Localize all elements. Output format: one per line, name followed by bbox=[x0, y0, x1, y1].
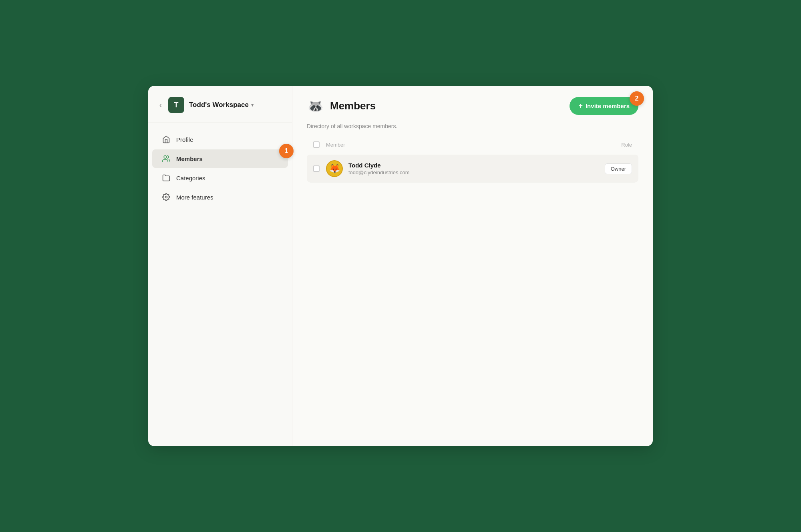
members-icon bbox=[162, 154, 171, 163]
member-checkbox[interactable] bbox=[313, 165, 320, 172]
sidebar-categories-label: Categories bbox=[176, 175, 205, 181]
plus-icon: + bbox=[578, 102, 583, 110]
sidebar-item-profile[interactable]: Profile bbox=[152, 130, 288, 149]
sidebar-more-features-label: More features bbox=[176, 194, 213, 201]
member-column-header: Member bbox=[326, 142, 592, 148]
svg-point-0 bbox=[164, 156, 167, 159]
page-icon: 🦝 bbox=[307, 97, 324, 115]
table-header-row: Member Role bbox=[307, 137, 638, 152]
categories-icon bbox=[162, 173, 171, 182]
members-table: Member Role 🦊 Todd Clyde todd@clydeindus… bbox=[307, 137, 638, 183]
workspace-logo-letter: T bbox=[174, 101, 179, 109]
app-container: ‹ T Todd's Workspace ▾ Profile bbox=[148, 86, 653, 446]
back-icon: ‹ bbox=[159, 101, 162, 109]
invite-members-button[interactable]: + Invite members bbox=[570, 97, 638, 115]
badge-2: 2 bbox=[630, 91, 644, 106]
sidebar-profile-label: Profile bbox=[176, 136, 193, 143]
badge-1: 1 bbox=[279, 144, 294, 158]
gear-icon bbox=[162, 193, 171, 202]
home-icon bbox=[162, 135, 171, 144]
workspace-logo: T bbox=[168, 97, 184, 113]
sidebar-item-members[interactable]: Members 1 bbox=[152, 149, 288, 168]
avatar: 🦊 bbox=[326, 160, 343, 177]
table-row: 🦊 Todd Clyde todd@clydeindustries.com Ow… bbox=[307, 155, 638, 183]
header-checkbox-col bbox=[313, 141, 326, 148]
member-role-col: Owner bbox=[592, 165, 632, 172]
row-checkbox-col bbox=[313, 165, 326, 172]
back-button[interactable]: ‹ bbox=[158, 99, 163, 111]
page-title: Members bbox=[330, 100, 376, 112]
svg-point-1 bbox=[165, 196, 167, 198]
member-name: Todd Clyde bbox=[348, 162, 592, 169]
sidebar: ‹ T Todd's Workspace ▾ Profile bbox=[148, 86, 292, 446]
main-content: 🦝 Members + Invite members 2 Directory o… bbox=[292, 86, 653, 446]
sidebar-item-more-features[interactable]: More features bbox=[152, 188, 288, 206]
workspace-name-label: Todd's Workspace bbox=[189, 101, 249, 109]
member-info: Todd Clyde todd@clydeindustries.com bbox=[348, 162, 592, 175]
sidebar-header: ‹ T Todd's Workspace ▾ bbox=[148, 86, 292, 123]
sidebar-nav: Profile Members 1 Categories bbox=[148, 123, 292, 214]
role-column-header: Role bbox=[592, 142, 632, 148]
select-all-checkbox[interactable] bbox=[313, 141, 320, 148]
invite-button-label: Invite members bbox=[586, 103, 630, 109]
chevron-down-icon: ▾ bbox=[251, 102, 254, 108]
badge-2-label: 2 bbox=[635, 95, 639, 102]
invite-button-wrapper: + Invite members 2 bbox=[570, 97, 638, 115]
member-email: todd@clydeindustries.com bbox=[348, 169, 592, 175]
sidebar-item-categories[interactable]: Categories bbox=[152, 169, 288, 187]
page-title-area: 🦝 Members bbox=[307, 97, 376, 115]
badge-1-label: 1 bbox=[285, 147, 288, 155]
directory-description: Directory of all workspace members. bbox=[292, 123, 653, 133]
workspace-name-button[interactable]: Todd's Workspace ▾ bbox=[189, 101, 254, 109]
main-header: 🦝 Members + Invite members 2 bbox=[292, 86, 653, 123]
role-badge: Owner bbox=[605, 163, 632, 174]
sidebar-members-label: Members bbox=[176, 155, 203, 162]
